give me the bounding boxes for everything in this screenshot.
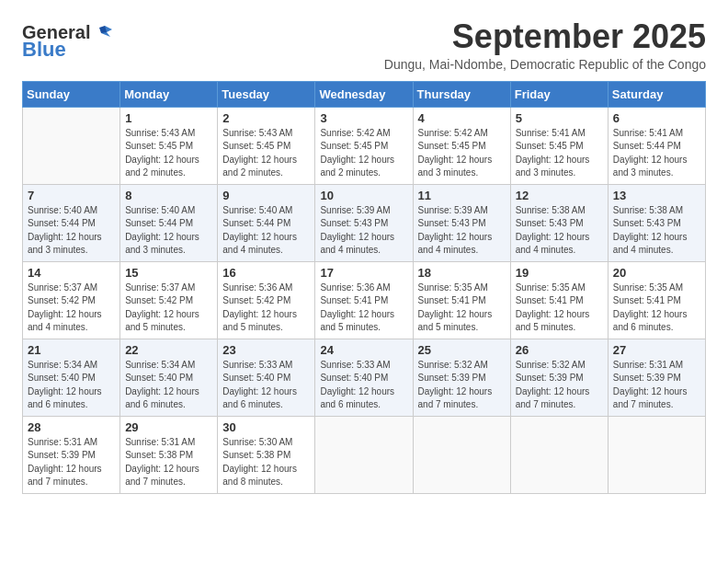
calendar-day-cell: 28Sunrise: 5:31 AMSunset: 5:39 PMDayligh…: [23, 416, 120, 493]
logo-text-blue: Blue: [22, 39, 66, 61]
day-number: 18: [418, 266, 506, 280]
day-info: Sunrise: 5:31 AMSunset: 5:39 PMDaylight:…: [28, 436, 115, 489]
day-info: Sunrise: 5:40 AMSunset: 5:44 PMDaylight:…: [125, 204, 212, 258]
day-number: 25: [418, 343, 506, 357]
day-info: Sunrise: 5:41 AMSunset: 5:44 PMDaylight:…: [613, 127, 700, 180]
weekday-header-sunday: Sunday: [23, 81, 120, 107]
calendar-day-cell: 14Sunrise: 5:37 AMSunset: 5:42 PMDayligh…: [23, 261, 120, 339]
calendar-day-cell: 30Sunrise: 5:30 AMSunset: 5:38 PMDayligh…: [218, 416, 315, 493]
day-info: Sunrise: 5:38 AMSunset: 5:43 PMDaylight:…: [516, 204, 603, 258]
calendar-day-cell: 29Sunrise: 5:31 AMSunset: 5:38 PMDayligh…: [120, 416, 218, 493]
calendar-day-cell: 22Sunrise: 5:34 AMSunset: 5:40 PMDayligh…: [120, 339, 218, 416]
day-info: Sunrise: 5:42 AMSunset: 5:45 PMDaylight:…: [418, 127, 506, 180]
day-number: 13: [613, 189, 700, 202]
day-number: 24: [320, 343, 407, 357]
weekday-header-monday: Monday: [120, 81, 218, 107]
logo-bird-icon: [92, 22, 112, 42]
day-info: Sunrise: 5:34 AMSunset: 5:40 PMDaylight:…: [125, 359, 212, 412]
day-info: Sunrise: 5:35 AMSunset: 5:41 PMDaylight:…: [418, 282, 506, 335]
calendar-table: SundayMondayTuesdayWednesdayThursdayFrid…: [22, 81, 706, 494]
title-section: September 2025 Dungu, Mai-Ndombe, Democr…: [384, 18, 706, 72]
day-number: 20: [613, 266, 700, 280]
calendar-week-row: 14Sunrise: 5:37 AMSunset: 5:42 PMDayligh…: [23, 261, 706, 339]
weekday-header-wednesday: Wednesday: [315, 81, 413, 107]
day-info: Sunrise: 5:43 AMSunset: 5:45 PMDaylight:…: [222, 127, 310, 180]
calendar-day-cell: 15Sunrise: 5:37 AMSunset: 5:42 PMDayligh…: [120, 261, 218, 339]
day-info: Sunrise: 5:41 AMSunset: 5:45 PMDaylight:…: [516, 127, 603, 180]
day-number: 7: [28, 189, 115, 202]
calendar-day-cell: [315, 416, 413, 493]
calendar-day-cell: 4Sunrise: 5:42 AMSunset: 5:45 PMDaylight…: [413, 107, 510, 184]
logo: General Blue: [22, 22, 112, 61]
day-info: Sunrise: 5:32 AMSunset: 5:39 PMDaylight:…: [516, 359, 603, 412]
calendar-day-cell: 16Sunrise: 5:36 AMSunset: 5:42 PMDayligh…: [218, 261, 315, 339]
weekday-header-row: SundayMondayTuesdayWednesdayThursdayFrid…: [23, 81, 706, 107]
day-number: 10: [320, 189, 407, 202]
calendar-day-cell: 27Sunrise: 5:31 AMSunset: 5:39 PMDayligh…: [608, 339, 705, 416]
day-number: 16: [222, 266, 310, 280]
day-info: Sunrise: 5:37 AMSunset: 5:42 PMDaylight:…: [28, 282, 115, 335]
calendar-day-cell: [608, 416, 705, 493]
calendar-day-cell: 10Sunrise: 5:39 AMSunset: 5:43 PMDayligh…: [315, 184, 413, 261]
calendar-day-cell: 8Sunrise: 5:40 AMSunset: 5:44 PMDaylight…: [120, 184, 218, 261]
day-number: 5: [516, 111, 603, 125]
calendar-day-cell: [413, 416, 510, 493]
day-info: Sunrise: 5:31 AMSunset: 5:39 PMDaylight:…: [613, 359, 700, 412]
day-number: 30: [222, 420, 310, 434]
calendar-week-row: 21Sunrise: 5:34 AMSunset: 5:40 PMDayligh…: [23, 339, 706, 416]
location-subtitle: Dungu, Mai-Ndombe, Democratic Republic o…: [384, 57, 706, 72]
day-number: 3: [320, 111, 407, 125]
calendar-day-cell: 5Sunrise: 5:41 AMSunset: 5:45 PMDaylight…: [510, 107, 608, 184]
day-info: Sunrise: 5:38 AMSunset: 5:43 PMDaylight:…: [613, 204, 700, 258]
day-number: 28: [28, 420, 115, 434]
day-info: Sunrise: 5:31 AMSunset: 5:38 PMDaylight:…: [125, 436, 212, 489]
day-number: 6: [613, 111, 700, 125]
day-number: 14: [28, 266, 115, 280]
calendar-day-cell: [510, 416, 608, 493]
day-info: Sunrise: 5:35 AMSunset: 5:41 PMDaylight:…: [613, 282, 700, 335]
calendar-day-cell: 24Sunrise: 5:33 AMSunset: 5:40 PMDayligh…: [315, 339, 413, 416]
calendar-day-cell: [23, 107, 120, 184]
calendar-day-cell: 12Sunrise: 5:38 AMSunset: 5:43 PMDayligh…: [510, 184, 608, 261]
day-info: Sunrise: 5:37 AMSunset: 5:42 PMDaylight:…: [125, 282, 212, 335]
day-number: 27: [613, 343, 700, 357]
calendar-day-cell: 9Sunrise: 5:40 AMSunset: 5:44 PMDaylight…: [218, 184, 315, 261]
calendar-day-cell: 3Sunrise: 5:42 AMSunset: 5:45 PMDaylight…: [315, 107, 413, 184]
day-number: 29: [125, 420, 212, 434]
calendar-day-cell: 13Sunrise: 5:38 AMSunset: 5:43 PMDayligh…: [608, 184, 705, 261]
calendar-day-cell: 25Sunrise: 5:32 AMSunset: 5:39 PMDayligh…: [413, 339, 510, 416]
calendar-body: 1Sunrise: 5:43 AMSunset: 5:45 PMDaylight…: [23, 107, 706, 493]
weekday-header-tuesday: Tuesday: [218, 81, 315, 107]
calendar-day-cell: 21Sunrise: 5:34 AMSunset: 5:40 PMDayligh…: [23, 339, 120, 416]
day-info: Sunrise: 5:43 AMSunset: 5:45 PMDaylight:…: [125, 127, 212, 180]
day-info: Sunrise: 5:33 AMSunset: 5:40 PMDaylight:…: [222, 359, 310, 412]
day-number: 9: [222, 189, 310, 202]
day-info: Sunrise: 5:36 AMSunset: 5:41 PMDaylight:…: [320, 282, 407, 335]
calendar-day-cell: 20Sunrise: 5:35 AMSunset: 5:41 PMDayligh…: [608, 261, 705, 339]
day-number: 22: [125, 343, 212, 357]
calendar-day-cell: 26Sunrise: 5:32 AMSunset: 5:39 PMDayligh…: [510, 339, 608, 416]
day-number: 15: [125, 266, 212, 280]
calendar-week-row: 28Sunrise: 5:31 AMSunset: 5:39 PMDayligh…: [23, 416, 706, 493]
day-info: Sunrise: 5:33 AMSunset: 5:40 PMDaylight:…: [320, 359, 407, 412]
calendar-day-cell: 1Sunrise: 5:43 AMSunset: 5:45 PMDaylight…: [120, 107, 218, 184]
calendar-day-cell: 7Sunrise: 5:40 AMSunset: 5:44 PMDaylight…: [23, 184, 120, 261]
day-number: 23: [222, 343, 310, 357]
day-info: Sunrise: 5:42 AMSunset: 5:45 PMDaylight:…: [320, 127, 407, 180]
calendar-day-cell: 6Sunrise: 5:41 AMSunset: 5:44 PMDaylight…: [608, 107, 705, 184]
weekday-header-saturday: Saturday: [608, 81, 705, 107]
calendar-header: SundayMondayTuesdayWednesdayThursdayFrid…: [23, 81, 706, 107]
calendar-day-cell: 19Sunrise: 5:35 AMSunset: 5:41 PMDayligh…: [510, 261, 608, 339]
day-number: 8: [125, 189, 212, 202]
calendar-week-row: 7Sunrise: 5:40 AMSunset: 5:44 PMDaylight…: [23, 184, 706, 261]
calendar-week-row: 1Sunrise: 5:43 AMSunset: 5:45 PMDaylight…: [23, 107, 706, 184]
weekday-header-friday: Friday: [510, 81, 608, 107]
day-number: 12: [516, 189, 603, 202]
day-number: 26: [516, 343, 603, 357]
day-number: 21: [28, 343, 115, 357]
calendar-day-cell: 23Sunrise: 5:33 AMSunset: 5:40 PMDayligh…: [218, 339, 315, 416]
day-info: Sunrise: 5:39 AMSunset: 5:43 PMDaylight:…: [320, 204, 407, 258]
weekday-header-thursday: Thursday: [413, 81, 510, 107]
day-info: Sunrise: 5:39 AMSunset: 5:43 PMDaylight:…: [418, 204, 506, 258]
month-title: September 2025: [384, 18, 706, 55]
